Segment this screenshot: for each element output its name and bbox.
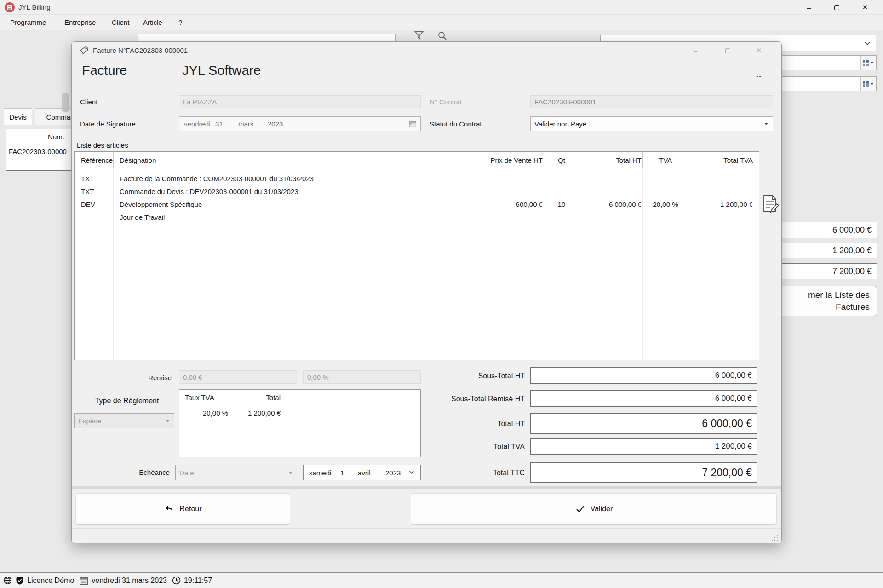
article-row[interactable]: Jour de Travail [75,211,759,223]
window-close-button[interactable]: ✕ [852,0,878,15]
date-year: 2023 [268,120,283,128]
signature-date-picker[interactable]: vendredi 31 mars 2023 [179,116,421,131]
status-time: 19:11:57 [184,577,212,585]
date-day: 1 [340,469,344,477]
menu-entreprise[interactable]: Entreprise [62,17,98,27]
screen: JYL Billing – ✕ Programme Entreprise Cli… [0,0,883,588]
dropdown-arrow-icon [409,123,413,125]
menubar: Programme Entreprise Client Article ? [0,15,883,30]
resize-grip[interactable] [772,535,778,541]
globe-icon [3,576,12,585]
date-year: 2023 [385,469,401,477]
edit-document-icon[interactable] [760,194,780,217]
contract-status-dropdown[interactable]: Valider non Payé [530,116,773,131]
undo-icon [164,503,175,514]
total-ht-label: Total HT [366,420,525,428]
dropdown-arrow-icon [166,420,170,422]
dropdown-arrow-icon [764,123,768,125]
tab-devis[interactable]: Devis [4,108,32,125]
article-row[interactable]: DEV Développement Spécifique 600,00 € 10… [75,198,759,211]
tag-icon [79,46,89,57]
articles-group-title: Liste des articles [77,141,128,149]
statusbar: Licence Démo vendredi 31 mars 2023 19:11… [0,572,883,588]
restore-icon [834,5,839,10]
menu-client[interactable]: Client [109,17,132,27]
shield-check-icon [15,576,24,585]
echeance-type-dropdown[interactable]: Date [175,465,297,480]
sous-total-remise-ht-label: Sous-Total Remisé HT [366,395,525,403]
valider-button[interactable]: Valider [411,493,777,525]
contract-status-label: Statut du Contrat [430,120,482,128]
dialog-maximize-button[interactable] [715,42,740,59]
echeance-date-picker[interactable]: samedi 1 avril 2023 [303,465,421,480]
total-ttc-value: 7 200,00 € [530,462,757,483]
date-month: avril [358,469,371,477]
dialog-title: Facture N°FAC202303-000001 [93,46,188,54]
divider [72,486,781,489]
tva-rate-value: 20,00 % [185,409,228,417]
scrollbar-thumb[interactable] [62,93,69,112]
grid-picker-icon[interactable] [860,56,876,70]
window-restore-button[interactable] [823,0,850,15]
contract-number-field[interactable]: FAC202303-000001 [530,95,773,108]
col-total-tva[interactable]: Total TVA [686,152,753,168]
date-day: 31 [215,120,223,128]
col-qt[interactable]: Qt [546,152,577,168]
contract-number-label: N° Contrat [430,98,462,106]
col-taux-tva: Taux TVA [185,394,214,401]
article-row[interactable]: TXT Commande du Devis : DEV202303-000001… [75,185,759,198]
chevron-down-icon [408,469,415,477]
dialog-minimize-button[interactable]: – [682,42,708,59]
col-tva[interactable]: TVA [645,152,686,168]
col-tva-total: Total [239,394,281,401]
menu-article[interactable]: Article [140,17,165,27]
date-day-name: vendredi [184,120,211,128]
sous-total-remise-ht-value: 6 000,00 € [530,390,757,407]
maximize-icon [725,48,730,53]
articles-table: Référence Désignation Prix de Vente HT Q… [74,151,759,360]
total-tva-label: Total TVA [366,443,525,451]
echeance-label: Echéance [99,468,170,476]
dialog-close-button[interactable]: ✕ [746,42,772,59]
date-day-name: samedi [309,469,331,477]
status-date: vendredi 31 mars 2023 [92,577,167,585]
main-window-title: JYL Billing [18,3,50,11]
menu-programme[interactable]: Programme [7,17,49,27]
sous-total-ht-label: Sous-Total HT [366,372,525,380]
window-minimize-button[interactable]: – [796,0,822,15]
remise-label: Remise [99,374,172,382]
retour-button[interactable]: Retour [75,493,290,525]
article-row[interactable]: TXT Facture de la Commande : COM202303-0… [75,172,759,185]
facture-dialog: Facture N°FAC202303-000001 – ✕ Facture J… [71,41,782,543]
menu-help[interactable]: ? [176,17,185,27]
check-icon [575,503,586,514]
main-titlebar: JYL Billing – ✕ [0,0,883,15]
dialog-footer [72,528,781,543]
sous-total-ht-value: 6 000,00 € [530,367,757,384]
chevron-down-icon [864,40,871,49]
col-total-ht[interactable]: Total HT [577,152,642,168]
app-icon [5,2,15,12]
col-designation[interactable]: Désignation [120,152,474,168]
date-month: mars [238,120,253,128]
col-reference[interactable]: Référence [81,152,113,168]
total-tva-value: 1 200,00 € [530,438,757,455]
client-field[interactable]: La PIAZZA [179,95,421,108]
tva-total-value: 1 200,00 € [239,409,281,417]
payment-type-dropdown[interactable]: Espèce [74,413,174,428]
company-name: JYL Software [182,63,261,78]
dashes-label: -- [756,72,762,80]
total-ht-value: 6 000,00 € [530,413,757,434]
grid-picker-icon[interactable] [860,77,876,91]
client-label: Client [80,98,97,106]
dialog-heading: Facture [82,63,127,78]
payment-type-label: Type de Réglement [81,397,173,405]
remise-amount-field[interactable]: 0,00 € [179,370,297,384]
clock-icon [172,576,181,585]
dropdown-arrow-icon [289,472,292,474]
licence-label: Licence Démo [27,577,74,585]
dialog-titlebar: Facture N°FAC202303-000001 – ✕ [72,42,781,59]
articles-header-row: Référence Désignation Prix de Vente HT Q… [75,152,759,168]
col-prix-vente[interactable]: Prix de Vente HT [475,152,543,168]
calendar-icon [79,576,89,586]
